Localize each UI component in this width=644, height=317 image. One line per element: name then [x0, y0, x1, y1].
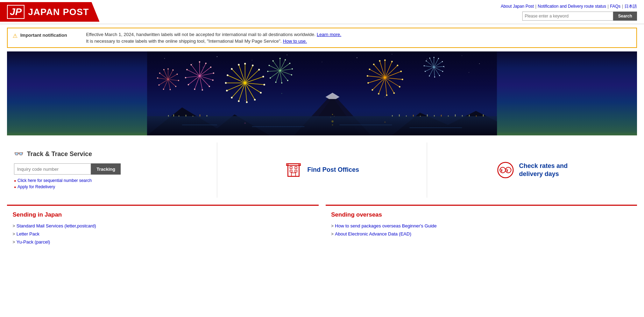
- svg-rect-199: [448, 115, 449, 117]
- tracking-button[interactable]: Tracking: [91, 163, 121, 175]
- svg-point-59: [205, 63, 207, 64]
- overseas-link-1: > How to send packages overseas Beginner…: [331, 223, 632, 228]
- svg-point-83: [285, 59, 286, 61]
- svg-rect-187: [186, 115, 186, 117]
- jp-logo-icon: JP: [7, 5, 24, 19]
- svg-point-121: [369, 69, 370, 70]
- svg-point-142: [434, 77, 435, 78]
- overseas-link-2: > About Electronic Advance Data (EAD): [331, 231, 632, 237]
- svg-point-116: [386, 94, 387, 96]
- nav-sep-2: |: [608, 4, 609, 9]
- svg-point-13: [203, 67, 204, 68]
- svg-rect-196: [427, 114, 428, 117]
- japan-link-1: > Standard Mail Services (letter,postcar…: [13, 223, 313, 228]
- svg-point-93: [273, 60, 274, 62]
- svg-rect-191: [392, 115, 393, 117]
- overseas-guide-link[interactable]: How to send packages overseas Beginner's…: [335, 223, 437, 228]
- notification-line1: Effective March 1, 2024, handwritten lab…: [86, 32, 631, 37]
- svg-rect-185: [174, 114, 174, 117]
- yupack-link[interactable]: Yu-Pack (parcel): [16, 239, 50, 245]
- svg-point-42: [225, 82, 227, 84]
- svg-text:¥: ¥: [506, 168, 508, 173]
- svg-point-44: [231, 68, 233, 70]
- redelivery-link-area: ● Apply for Redelivery: [14, 184, 210, 189]
- offices-link-text: Find Post Offices: [307, 166, 359, 174]
- svg-rect-200: [455, 114, 456, 117]
- svg-point-141: [439, 75, 440, 76]
- svg-point-110: [391, 61, 392, 62]
- how-to-use-link[interactable]: How to use.: [283, 38, 307, 44]
- notification-bar: ⚠ Important notification Effective March…: [7, 28, 637, 48]
- nav-link-japanese[interactable]: 日本語: [624, 3, 637, 9]
- svg-point-9: [427, 59, 427, 59]
- yen-icon: ¥ ¥: [497, 161, 514, 179]
- svg-point-161: [177, 73, 178, 75]
- sending-overseas-title: Sending overseas: [331, 211, 632, 218]
- search-button[interactable]: Search: [613, 12, 637, 21]
- svg-point-136: [433, 57, 434, 58]
- svg-point-169: [163, 69, 165, 70]
- svg-point-41: [226, 90, 228, 92]
- letter-pack-link[interactable]: Letter Pack: [16, 231, 40, 237]
- check-rates-link[interactable]: ¥ ¥ Check rates and delivery days: [497, 161, 568, 179]
- svg-rect-212: [286, 164, 300, 165]
- find-offices-section: Find Post Offices: [217, 142, 427, 198]
- services-row: 👓 Track & Trace Service Tracking ● Click…: [7, 142, 637, 198]
- nav-sep-3: |: [622, 4, 623, 9]
- svg-point-6: [322, 62, 322, 62]
- logo-area: JP JAPAN POST: [0, 2, 99, 22]
- svg-point-43: [227, 75, 228, 76]
- svg-point-162: [178, 80, 179, 81]
- sending-overseas-section: Sending overseas > How to send packages …: [326, 205, 637, 253]
- svg-point-33: [258, 69, 260, 71]
- svg-point-120: [367, 75, 368, 77]
- track-and-trace-section: 👓 Track & Trace Service Tracking ● Click…: [7, 142, 217, 198]
- svg-point-109: [384, 59, 385, 61]
- svg-rect-189: [200, 114, 200, 117]
- tracking-input[interactable]: [14, 163, 91, 175]
- svg-point-119: [367, 82, 369, 84]
- ead-link[interactable]: About Electronic Advance Data (EAD): [335, 231, 411, 237]
- check-rates-section: ¥ ¥ Check rates and delivery days: [427, 142, 637, 198]
- bullet-icon-1: ●: [14, 179, 16, 183]
- nav-link-about[interactable]: About Japan Post: [501, 4, 534, 9]
- standard-mail-link[interactable]: Standard Mail Services (letter,postcard): [16, 223, 96, 228]
- search-input[interactable]: [522, 12, 613, 21]
- nav-link-notification[interactable]: Notification and Delivery route status: [538, 4, 606, 9]
- svg-point-7: [357, 57, 358, 58]
- japan-link-3: > Yu-Pack (parcel): [13, 239, 313, 245]
- svg-point-163: [175, 86, 177, 87]
- svg-point-168: [159, 72, 161, 74]
- arrow-icon-1: >: [13, 224, 15, 228]
- svg-point-34: [262, 76, 264, 78]
- svg-rect-190: [207, 115, 207, 117]
- svg-point-86: [291, 74, 292, 76]
- svg-point-145: [424, 65, 425, 66]
- svg-point-84: [289, 63, 291, 64]
- main-content: 👓 Track & Trace Service Tracking ● Click…: [7, 142, 637, 253]
- svg-rect-203: [476, 115, 477, 117]
- svg-point-122: [373, 64, 374, 65]
- svg-point-68: [186, 69, 188, 70]
- svg-point-118: [371, 89, 373, 91]
- redelivery-link[interactable]: Apply for Redelivery: [17, 184, 55, 189]
- svg-point-146: [426, 61, 427, 62]
- svg-point-88: [281, 82, 283, 84]
- svg-point-90: [270, 77, 271, 79]
- sequential-search-link-area: ● Click here for sequential number searc…: [14, 178, 210, 183]
- nav-link-faqs[interactable]: FAQs: [610, 4, 621, 9]
- svg-point-180: [332, 120, 334, 122]
- find-offices-link[interactable]: Find Post Offices: [285, 161, 359, 179]
- sequential-search-link[interactable]: Click here for sequential number search: [17, 178, 92, 183]
- track-title-area: 👓 Track & Trace Service: [14, 149, 210, 158]
- svg-point-164: [170, 89, 171, 90]
- svg-rect-214: [295, 167, 297, 169]
- svg-point-117: [378, 93, 379, 94]
- svg-point-36: [260, 92, 262, 94]
- svg-point-160: [172, 69, 174, 71]
- svg-rect-175: [147, 116, 497, 135]
- svg-point-64: [202, 89, 203, 91]
- notification-line2: It is necessary to create labels with th…: [86, 38, 631, 44]
- learn-more-link[interactable]: Learn more.: [317, 32, 341, 37]
- svg-point-63: [209, 86, 210, 87]
